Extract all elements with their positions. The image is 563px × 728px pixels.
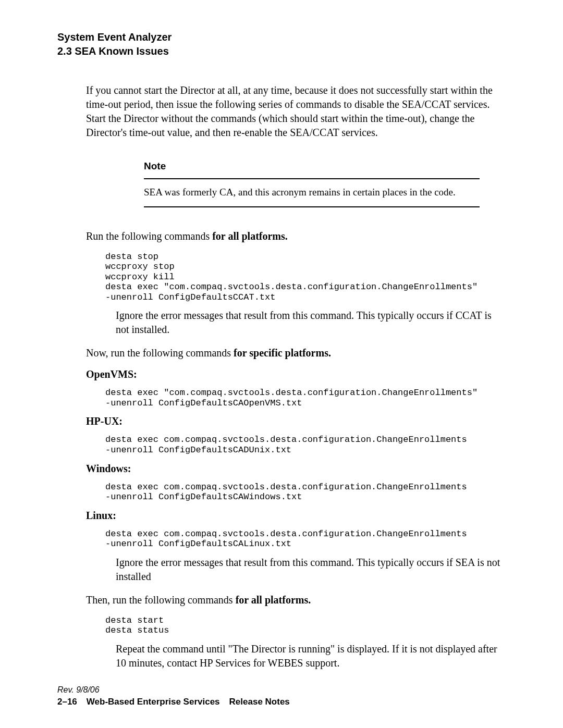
- run1-bold: for all platforms.: [212, 230, 288, 242]
- run3-bold: for all platforms.: [236, 594, 311, 606]
- run-all-platforms-2: Then, run the following commands for all…: [86, 594, 506, 606]
- platform-hpux-label: HP-UX:: [86, 415, 506, 427]
- code-block-1: desta stop wccproxy stop wccproxy kill d…: [105, 252, 506, 303]
- intro-paragraph: If you cannot start the Director at all,…: [86, 83, 506, 140]
- run1-prefix: Run the following commands: [86, 230, 212, 242]
- footer-section: Release Notes: [229, 697, 290, 707]
- footer-doc-title: Web-Based Enterprise Services: [87, 697, 220, 707]
- note-rule-top: [144, 178, 480, 179]
- page-footer: Rev. 9/8/06 2–16Web-Based Enterprise Ser…: [57, 685, 290, 707]
- header-title-2: 2.3 SEA Known Issues: [57, 44, 506, 58]
- run2-prefix: Now, run the following commands: [86, 347, 234, 359]
- header-title-1: System Event Analyzer: [57, 30, 506, 44]
- footer-page-number: 2–16: [57, 697, 77, 707]
- platform-linux-label: Linux:: [86, 510, 506, 522]
- code-windows: desta exec com.compaq.svctools.desta.con…: [105, 482, 506, 502]
- note-block: Note SEA was formerly CA, and this acron…: [144, 161, 480, 207]
- run-specific-platforms: Now, run the following commands for spec…: [86, 347, 506, 359]
- repeat-note: Repeat the command until "The Director i…: [116, 642, 506, 670]
- ignore-note-2: Ignore the error messages that result fr…: [116, 556, 506, 584]
- footer-line: 2–16Web-Based Enterprise ServicesRelease…: [57, 697, 290, 707]
- footer-revision: Rev. 9/8/06: [57, 685, 290, 695]
- run2-bold: for specific platforms.: [234, 347, 331, 359]
- code-openvms: desta exec "com.compaq.svctools.desta.co…: [105, 388, 506, 408]
- code-hpux: desta exec com.compaq.svctools.desta.con…: [105, 435, 506, 455]
- document-page: System Event Analyzer 2.3 SEA Known Issu…: [0, 0, 563, 701]
- code-block-3: desta start desta status: [105, 615, 506, 636]
- code-linux: desta exec com.compaq.svctools.desta.con…: [105, 529, 506, 549]
- run-all-platforms-1: Run the following commands for all platf…: [86, 230, 506, 242]
- platform-openvms-label: OpenVMS:: [86, 368, 506, 380]
- note-text: SEA was formerly CA, and this acronym re…: [144, 186, 480, 199]
- note-rule-bottom: [144, 206, 480, 207]
- note-label: Note: [144, 161, 480, 172]
- page-header: System Event Analyzer 2.3 SEA Known Issu…: [57, 30, 506, 58]
- run3-prefix: Then, run the following commands: [86, 594, 236, 606]
- platform-windows-label: Windows:: [86, 463, 506, 475]
- ignore-note-1: Ignore the error messages that result fr…: [116, 309, 506, 337]
